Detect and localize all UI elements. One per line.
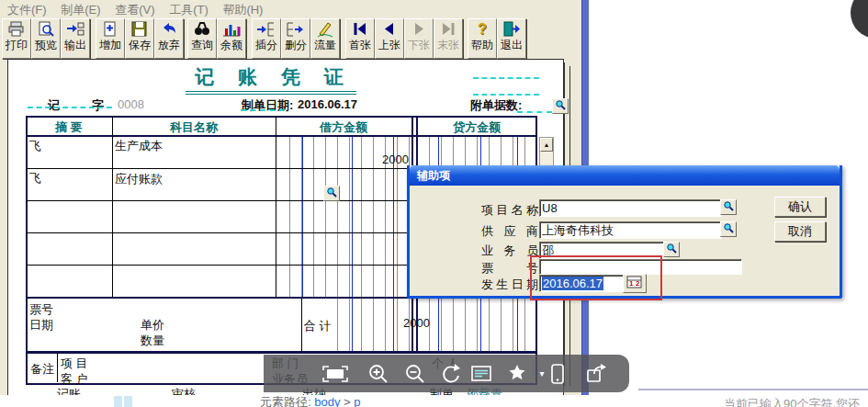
attach-count-label: 附单据数: <box>470 97 522 114</box>
voucher-word-label2: 字 <box>92 97 104 114</box>
row0-debit-amount[interactable]: 2000 <box>320 153 409 166</box>
next-icon <box>405 20 433 39</box>
voucher-word-label: 记 <box>48 97 60 114</box>
project-name-input[interactable]: U8 <box>539 199 722 217</box>
insert-entry-button[interactable]: 插分 <box>252 18 281 59</box>
menu-view[interactable]: 查看(V) <box>109 2 160 18</box>
dashed-line <box>473 77 539 79</box>
total-cell-border <box>301 299 302 351</box>
insert-entry-icon <box>253 20 280 39</box>
delete-entry-icon <box>282 20 310 39</box>
preview-button[interactable]: 预览 <box>31 18 61 59</box>
project-name-label: 项目名称 <box>481 202 538 219</box>
balance-icon <box>218 20 245 39</box>
element-path-p-link[interactable]: p <box>354 395 360 407</box>
zoom-in-icon[interactable] <box>367 363 389 385</box>
row0-subject[interactable]: 生产成本 <box>115 138 163 154</box>
ticket-label: 票号 <box>29 301 53 318</box>
cashflow-button[interactable]: 流量 <box>310 18 340 59</box>
cashflow-icon <box>311 20 339 39</box>
menu-voucher[interactable]: 制单(E) <box>55 2 106 18</box>
abandon-button[interactable]: 放弃 <box>154 18 184 59</box>
voucher-title-wrap: 记 账 凭 证 <box>96 64 445 95</box>
share-icon[interactable] <box>584 363 610 385</box>
dialog-title: 辅助项 <box>417 169 450 182</box>
rotate-icon[interactable] <box>439 363 463 385</box>
prev-voucher-button[interactable]: 上张 <box>375 18 404 59</box>
cancel-button[interactable]: 取消 <box>774 221 826 242</box>
header-summary: 摘 要 <box>26 119 112 136</box>
project-lookup-button[interactable] <box>720 199 737 215</box>
header-credit: 贷方金额 <box>418 119 535 136</box>
menu-file[interactable]: 文件(F) <box>2 2 52 18</box>
image-viewer-toolbar: ▾ <box>264 355 629 392</box>
remark-cell-border <box>57 354 58 382</box>
add-button[interactable]: 增加 <box>96 18 125 59</box>
footer-date-label: 日期 <box>29 317 53 334</box>
supplier-input[interactable]: 上海奇伟科技 <box>539 221 722 239</box>
query-button[interactable]: 查询 <box>187 18 217 59</box>
dashed-line <box>517 111 552 113</box>
row1-subject[interactable]: 应付账款 <box>115 171 163 187</box>
caret-down-icon[interactable]: ▾ <box>536 363 547 385</box>
element-path: 元素路径: body > p <box>260 394 370 407</box>
first-voucher-button[interactable]: 首张 <box>345 18 375 59</box>
zoom-out-icon[interactable] <box>404 363 426 385</box>
prev-icon <box>376 20 403 39</box>
section-border <box>26 351 537 354</box>
voucher-title: 记 账 凭 证 <box>186 64 356 95</box>
menu-tools[interactable]: 工具(T) <box>163 2 214 18</box>
crop-frame-icon[interactable] <box>320 363 351 385</box>
next-voucher-button[interactable]: 下张 <box>404 18 434 59</box>
menu-bar: 文件(F) 制单(E) 查看(V) 工具(T) 帮助(H) <box>2 2 268 18</box>
menu-help[interactable]: 帮助(H) <box>217 2 268 18</box>
remark-label: 备注 <box>30 361 54 378</box>
scroll-up-button[interactable]: ▲ <box>540 138 553 152</box>
price-label: 单价 <box>141 317 164 334</box>
save-button[interactable]: 保存 <box>125 18 154 59</box>
page-fragment <box>124 396 132 407</box>
subject-lookup-button[interactable] <box>323 186 340 201</box>
salesperson-lookup-button[interactable] <box>663 242 680 257</box>
dialog-titlebar[interactable]: 辅助项 <box>410 165 840 186</box>
voucher-number: 0008 <box>118 97 144 111</box>
header-debit: 借方金额 <box>276 119 411 136</box>
row0-summary[interactable]: 飞 <box>29 138 41 154</box>
header-subject: 科目名称 <box>112 119 276 136</box>
screenshot-stage: 文件(F) 制单(E) 查看(V) 工具(T) 帮助(H) 打印 预览 输出 增… <box>0 0 868 407</box>
exit-icon <box>498 20 525 39</box>
delete-entry-button[interactable]: 删分 <box>281 18 310 59</box>
row1-summary[interactable]: 飞 <box>29 170 41 187</box>
undo-icon <box>155 20 183 39</box>
confirm-button[interactable]: 确认 <box>774 197 826 217</box>
last-icon <box>434 20 462 39</box>
save-icon <box>126 20 153 39</box>
annotation-red-box <box>530 255 662 300</box>
page-fragment <box>114 396 122 407</box>
printer-icon <box>3 20 30 39</box>
balance-button[interactable]: 余额 <box>217 18 246 59</box>
total-debit-amount: 2000 <box>338 316 430 330</box>
add-icon <box>96 20 124 39</box>
col-border <box>276 116 276 297</box>
supplier-label: 供 应 商 <box>481 223 538 240</box>
help-button[interactable]: ? 帮助 <box>468 18 497 59</box>
export-icon <box>62 20 89 39</box>
char-count-text: 当前已输入90个字符,您还可 <box>724 396 868 407</box>
print-button[interactable]: 打印 <box>2 18 31 59</box>
project-label: 项 目 <box>61 356 88 372</box>
voucher-date: 2016.06.17 <box>298 97 357 111</box>
supplier-lookup-button[interactable] <box>720 221 737 237</box>
voucher-date-label: 制单日期: <box>242 97 293 114</box>
panel-divider-line <box>638 389 868 390</box>
star-icon[interactable] <box>505 363 529 385</box>
text-scan-icon[interactable] <box>468 363 494 385</box>
exit-button[interactable]: 退出 <box>497 18 526 59</box>
mobile-icon[interactable] <box>547 363 568 385</box>
qty-label: 数量 <box>141 333 164 349</box>
output-button[interactable]: 输出 <box>61 18 90 59</box>
attach-lookup-button[interactable] <box>552 98 569 114</box>
last-voucher-button[interactable]: 末张 <box>434 18 463 59</box>
total-label: 合 计 <box>304 318 332 334</box>
element-path-body-link[interactable]: body <box>314 395 340 407</box>
